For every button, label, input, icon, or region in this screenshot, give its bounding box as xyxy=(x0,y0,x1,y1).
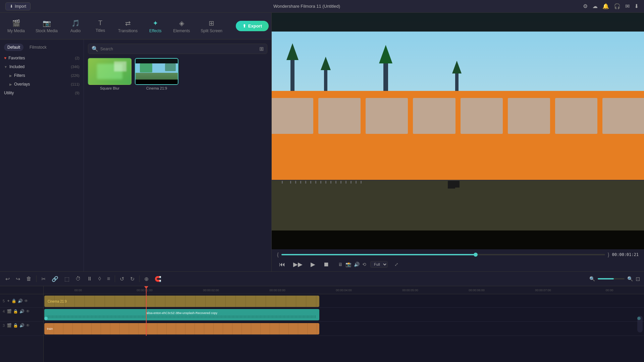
play-slow-button[interactable]: ▶▶ xyxy=(291,260,305,269)
video-track-icon-4: 🎬 xyxy=(7,309,12,314)
track-icons-5: ✦ 🔒 🔊 👁 xyxy=(7,299,28,303)
step-back-button[interactable]: ⏮ xyxy=(277,260,287,269)
bracket-start: { xyxy=(277,252,279,257)
tab-split-screen-label: Split Screen xyxy=(201,29,222,33)
zoom-slider[interactable] xyxy=(598,278,625,279)
tab-audio[interactable]: 🎵 Audio xyxy=(64,16,87,36)
filters-label: Filters xyxy=(14,73,71,78)
speaker-icon-3[interactable]: 🔊 xyxy=(19,323,24,328)
effect-item-square-blur[interactable]: Square Blur xyxy=(88,58,131,90)
preview-background xyxy=(272,13,644,249)
email-icon[interactable]: ✉ xyxy=(625,3,630,9)
zoom-fill xyxy=(598,278,614,279)
sidebar-item-utility[interactable]: Utility (9) xyxy=(0,89,84,97)
stock-media-icon: 📷 xyxy=(43,19,51,27)
quality-selector[interactable]: Full xyxy=(370,261,388,268)
overlays-count: (111) xyxy=(71,82,79,86)
crop-button[interactable]: ⬚ xyxy=(63,274,71,283)
track-row-5[interactable]: Cinema 21:9 xyxy=(44,294,644,308)
color-button[interactable]: ◊ xyxy=(97,274,102,283)
timeline-content: 5 ✦ 🔒 🔊 👁 4 🎬 🔒 🔊 👁 xyxy=(0,286,644,362)
tab-transitions[interactable]: ⇄ Transitions xyxy=(113,16,142,36)
track-label-4: 4 🎬 🔒 🔊 👁 xyxy=(0,308,43,322)
search-input[interactable] xyxy=(100,47,257,51)
playhead[interactable] xyxy=(146,286,147,294)
monitor-icon[interactable]: 🖥 xyxy=(338,262,343,267)
clip-alisa[interactable]: alisa-enton-ehC3cSZ-3Bw-unsplash-Recover… xyxy=(44,309,319,320)
track-icons-4: 🎬 🔒 🔊 👁 xyxy=(7,309,30,314)
playback-thumb[interactable] xyxy=(474,253,478,257)
top-bar-left: ⬇ Import xyxy=(5,2,31,10)
lock-icon-3[interactable]: 🔒 xyxy=(13,323,18,328)
track-row-3[interactable]: train xyxy=(44,322,644,336)
audio-button[interactable]: ≡ xyxy=(106,274,111,283)
zoom-in-icon[interactable]: 🔍 xyxy=(627,276,633,281)
tab-stock-media[interactable]: 📷 Stock Media xyxy=(31,16,62,36)
cut-button[interactable]: ✂ xyxy=(40,274,47,283)
download-icon[interactable]: ⬇ xyxy=(634,3,639,9)
train-windows xyxy=(272,98,644,134)
train-bottom-edge xyxy=(272,180,644,181)
add-track-button[interactable]: ⊕ xyxy=(143,274,150,283)
overlays-expand-icon: ▶ xyxy=(9,83,12,86)
playback-fill xyxy=(281,254,476,255)
grid-view-icon[interactable]: ⊞ xyxy=(259,46,264,52)
nav-tabs: 🎬 My Media 📷 Stock Media 🎵 Audio T Title… xyxy=(0,13,271,40)
sidebar-item-favorites[interactable]: ♥ Favorites (2) xyxy=(0,54,84,62)
headphones-icon[interactable]: 🎧 xyxy=(614,3,621,9)
tab-effects[interactable]: ✦ Effects xyxy=(144,16,167,36)
tab-my-media[interactable]: 🎬 My Media xyxy=(3,16,30,36)
train-frames xyxy=(44,323,319,334)
cloud-icon[interactable]: ☁ xyxy=(592,3,598,9)
track-row-4[interactable]: alisa-enton-ehC3cSZ-3Bw-unsplash-Recover… xyxy=(44,308,644,322)
clip-cinema[interactable]: Cinema 21:9 xyxy=(44,296,319,307)
expand-icon[interactable]: ⤢ xyxy=(394,262,398,267)
clip-train[interactable]: train xyxy=(44,323,319,334)
export-button[interactable]: ⬆ Export xyxy=(236,21,269,31)
playback-track[interactable] xyxy=(281,254,605,255)
snapshot-icon[interactable]: 📸 xyxy=(345,262,351,267)
speaker-icon-4[interactable]: 🔊 xyxy=(19,309,24,314)
tab-elements[interactable]: ◈ Elements xyxy=(168,16,195,36)
alisa-waveform xyxy=(47,315,317,318)
sidebar-tab-filmstock[interactable]: Filmstock xyxy=(26,44,50,51)
notification-icon[interactable]: 🔔 xyxy=(602,3,609,9)
sidebar-item-filters[interactable]: ▶ Filters (226) xyxy=(0,71,84,80)
mask-button[interactable]: ↻ xyxy=(129,274,136,283)
settings-icon[interactable]: ⚙ xyxy=(583,3,588,9)
eye-icon-3[interactable]: 👁 xyxy=(26,323,30,328)
speed-button[interactable]: ⏱ xyxy=(74,274,82,283)
speaker-icon-5[interactable]: 🔊 xyxy=(18,299,23,303)
marker-button[interactable]: ↺ xyxy=(118,274,125,283)
eye-icon-4[interactable]: 👁 xyxy=(26,309,30,314)
scroll-indicator[interactable] xyxy=(637,316,643,332)
lock-icon-4[interactable]: 🔒 xyxy=(13,309,18,314)
lock-icon-5[interactable]: 🔒 xyxy=(11,299,16,303)
freeze-button[interactable]: ⏸ xyxy=(86,274,94,283)
track-icons-3: 🎬 🔒 🔊 👁 xyxy=(7,323,30,328)
transform-icon[interactable]: ⟲ xyxy=(362,262,366,267)
effect-item-cinema[interactable]: Cinema 21:9 xyxy=(135,58,178,90)
import-button[interactable]: ⬇ Import xyxy=(5,2,31,10)
export-icon: ⬆ xyxy=(243,23,246,29)
effects-grid: Square Blur xyxy=(88,58,267,90)
sidebar-item-included[interactable]: ▼ Included (346) xyxy=(0,62,84,71)
tab-split-screen[interactable]: ⊞ Split Screen xyxy=(196,16,227,36)
fit-to-window-icon[interactable]: ⊡ xyxy=(636,276,640,282)
delete-button[interactable]: 🗑 xyxy=(25,274,33,283)
sidebar-tab-default[interactable]: Default xyxy=(4,44,23,51)
zoom-out-icon[interactable]: 🔍 xyxy=(589,276,595,281)
play-button[interactable]: ▶ xyxy=(309,260,317,269)
track-label-4-top: 4 🎬 🔒 🔊 👁 xyxy=(0,308,43,315)
link-button[interactable]: 🔗 xyxy=(50,274,60,283)
sidebar-item-overlays[interactable]: ▶ Overlays (111) xyxy=(0,80,84,89)
eye-icon-5[interactable]: 👁 xyxy=(24,299,28,303)
volume-icon[interactable]: 🔊 xyxy=(354,262,360,267)
export-label: Export xyxy=(248,23,262,29)
stop-button[interactable]: ⏹ xyxy=(321,260,331,269)
redo-button[interactable]: ↪ xyxy=(14,274,21,283)
tab-titles[interactable]: T Titles xyxy=(89,16,112,36)
ai-button[interactable]: 🧲 xyxy=(153,274,163,283)
effect-thumb-square-blur xyxy=(88,58,131,85)
undo-button[interactable]: ↩ xyxy=(4,274,11,283)
